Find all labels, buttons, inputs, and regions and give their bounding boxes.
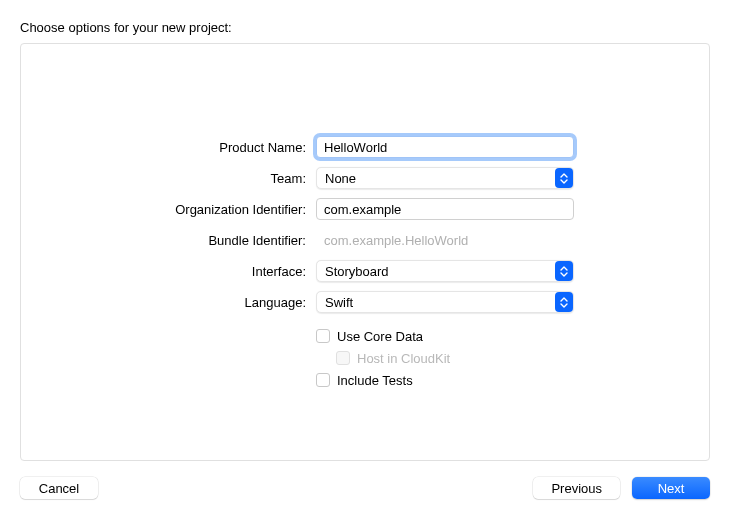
team-select-value: None — [325, 171, 356, 186]
team-select[interactable]: None — [316, 167, 574, 189]
include-tests-label: Include Tests — [337, 373, 413, 388]
include-tests-checkbox[interactable] — [316, 373, 330, 387]
next-button[interactable]: Next — [632, 477, 710, 499]
language-label: Language: — [21, 295, 316, 310]
use-core-data-checkbox[interactable] — [316, 329, 330, 343]
team-label: Team: — [21, 171, 316, 186]
updown-icon — [555, 292, 573, 312]
interface-select-value: Storyboard — [325, 264, 389, 279]
host-in-cloudkit-checkbox — [336, 351, 350, 365]
interface-select[interactable]: Storyboard — [316, 260, 574, 282]
org-identifier-input[interactable] — [316, 198, 574, 220]
dialog-title: Choose options for your new project: — [20, 20, 710, 35]
button-bar: Cancel Previous Next — [20, 461, 710, 499]
product-name-label: Product Name: — [21, 140, 316, 155]
previous-button[interactable]: Previous — [533, 477, 620, 499]
org-identifier-label: Organization Identifier: — [21, 202, 316, 217]
product-name-input[interactable] — [316, 136, 574, 158]
interface-label: Interface: — [21, 264, 316, 279]
language-select[interactable]: Swift — [316, 291, 574, 313]
cancel-button[interactable]: Cancel — [20, 477, 98, 499]
updown-icon — [555, 261, 573, 281]
use-core-data-label: Use Core Data — [337, 329, 423, 344]
language-select-value: Swift — [325, 295, 353, 310]
updown-icon — [555, 168, 573, 188]
bundle-identifier-value: com.example.HelloWorld — [316, 233, 574, 248]
host-in-cloudkit-label: Host in CloudKit — [357, 351, 450, 366]
options-panel: Product Name: Team: None Organization Id… — [20, 43, 710, 461]
bundle-identifier-label: Bundle Identifier: — [21, 233, 316, 248]
